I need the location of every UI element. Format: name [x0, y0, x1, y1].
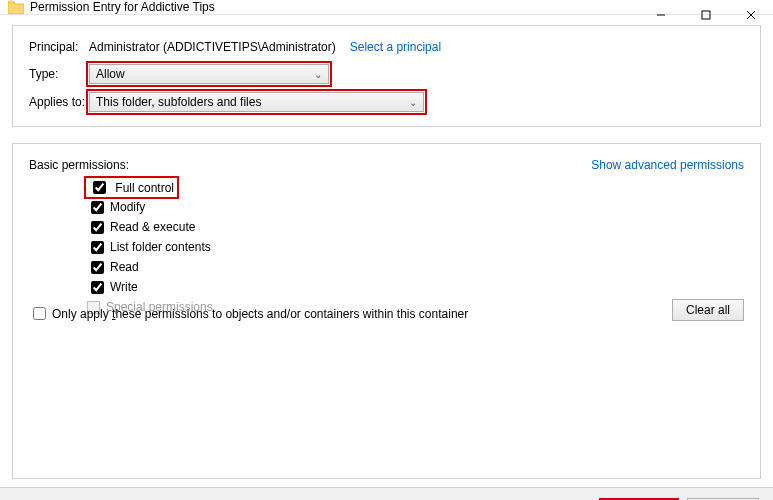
only-apply-label: Only apply these permissions to objects … — [52, 307, 468, 321]
permission-modify: Modify — [87, 198, 744, 216]
full-control-label: Full control — [115, 180, 174, 194]
only-apply-checkbox[interactable] — [33, 307, 46, 320]
read-execute-checkbox[interactable] — [91, 221, 104, 234]
permission-write: Write — [87, 278, 744, 296]
read-execute-label: Read & execute — [110, 220, 195, 234]
permissions-list: Full control Modify Read & execute List … — [87, 178, 744, 316]
title-bar: Permission Entry for Addictive Tips — [0, 0, 773, 15]
write-label: Write — [110, 280, 138, 294]
principal-row: Principal: Administrator (ADDICTIVETIPS\… — [29, 40, 744, 54]
full-control-checkbox[interactable] — [93, 181, 106, 194]
close-button[interactable] — [728, 0, 773, 30]
permission-entry-window: Permission Entry for Addictive Tips Prin… — [0, 0, 773, 500]
minimize-button[interactable] — [638, 0, 683, 30]
read-checkbox[interactable] — [91, 261, 104, 274]
applies-to-label: Applies to: — [29, 95, 89, 109]
modify-checkbox[interactable] — [91, 201, 104, 214]
permission-list-folder: List folder contents — [87, 238, 744, 256]
window-title: Permission Entry for Addictive Tips — [30, 0, 215, 14]
dialog-footer: OK Cancel — [0, 487, 773, 500]
close-icon — [746, 10, 756, 20]
chevron-down-icon: ⌄ — [409, 97, 417, 108]
chevron-down-icon: ⌄ — [314, 69, 322, 80]
window-controls — [638, 0, 773, 30]
applies-to-combobox[interactable]: This folder, subfolders and files ⌄ — [89, 92, 424, 112]
only-apply-label-post: hese permissions to objects and/or conta… — [115, 307, 468, 321]
type-label: Type: — [29, 67, 89, 81]
principal-label: Principal: — [29, 40, 89, 54]
window-body: Principal: Administrator (ADDICTIVETIPS\… — [0, 15, 773, 487]
modify-label: Modify — [110, 200, 145, 214]
only-apply-label-pre: Only apply — [52, 307, 112, 321]
applies-to-value: This folder, subfolders and files — [96, 95, 261, 109]
principal-value: Administrator (ADDICTIVETIPS\Administrat… — [89, 40, 336, 54]
maximize-button[interactable] — [683, 0, 728, 30]
folder-icon — [8, 0, 24, 14]
select-principal-link[interactable]: Select a principal — [350, 40, 441, 54]
permission-full-control: Full control — [87, 178, 744, 196]
type-row: Type: Allow ⌄ — [29, 64, 744, 84]
principal-panel: Principal: Administrator (ADDICTIVETIPS\… — [12, 25, 761, 127]
permission-read: Read — [87, 258, 744, 276]
write-checkbox[interactable] — [91, 281, 104, 294]
permissions-panel: Basic permissions: Show advanced permiss… — [12, 143, 761, 479]
svg-rect-1 — [702, 11, 710, 19]
list-folder-checkbox[interactable] — [91, 241, 104, 254]
minimize-icon — [656, 10, 666, 20]
show-advanced-permissions-link[interactable]: Show advanced permissions — [591, 158, 744, 172]
applies-to-row: Applies to: This folder, subfolders and … — [29, 92, 744, 112]
type-value: Allow — [96, 67, 125, 81]
maximize-icon — [701, 10, 711, 20]
list-folder-label: List folder contents — [110, 240, 211, 254]
clear-all-button[interactable]: Clear all — [672, 299, 744, 321]
type-combobox[interactable]: Allow ⌄ — [89, 64, 329, 84]
only-apply-row: Only apply these permissions to objects … — [29, 304, 468, 323]
read-label: Read — [110, 260, 139, 274]
permission-read-execute: Read & execute — [87, 218, 744, 236]
full-control-highlight: Full control — [84, 176, 179, 199]
clear-all-wrapper: Clear all — [672, 299, 744, 321]
